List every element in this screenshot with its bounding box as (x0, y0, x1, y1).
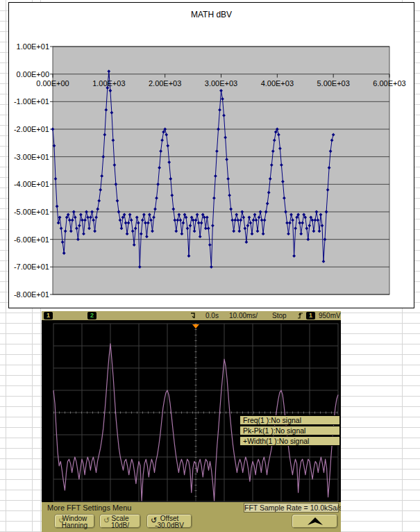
measurement-readout: +Width(1 ):No signal (240, 436, 340, 446)
x-axis-tick-label: 4.00E+03 (253, 79, 301, 88)
y-axis-tick-label: 1.00E+01 (10, 42, 49, 51)
y-axis-tick-label: -8.00E+01 (10, 290, 49, 299)
softkey-window[interactable]: ↺WindowHanning (54, 514, 95, 529)
y-axis-tick-label: -2.00E+01 (10, 125, 49, 133)
up-arrow-icon (292, 515, 337, 528)
entry-knob-icon: ↺ (151, 517, 157, 524)
menu-title: More FFT Settings Menu (47, 504, 131, 512)
softkey-offset[interactable]: ↺Offset-30.0dBV (146, 514, 192, 529)
x-axis-tick-label: 5.00E+03 (309, 79, 358, 88)
excel-fft-chart: MATH dBV 1.00E+010.00E+00-1.00E+01-2.00E… (8, 2, 414, 308)
entry-knob-icon: ↺ (103, 517, 110, 524)
x-axis-tick-label: 2.00E+03 (141, 79, 190, 88)
measurement-readout: Freq(1 ):No signal (240, 415, 340, 425)
sheet-gridline (6, 0, 6, 532)
entry-knob-icon: ↺ (58, 517, 65, 524)
x-axis-tick-label: 3.00E+03 (197, 79, 246, 88)
y-axis-tick-label: -4.00E+01 (10, 180, 49, 188)
oscilloscope-screenshot: 1 2 0.0s 10.00ms/ Stop 1 950mV Freq(1 ):… (42, 311, 341, 532)
softkey-scale[interactable]: ↺Scale10dB/ (99, 514, 141, 529)
menu-back-button[interactable] (292, 514, 338, 529)
y-axis-tick-label: -7.00E+01 (10, 263, 49, 271)
x-axis-tick-label: 1.00E+03 (85, 79, 133, 88)
x-axis-tick-label: 6.00E+03 (365, 79, 414, 88)
y-axis-tick-label: 0.00E+00 (10, 70, 49, 78)
y-axis-tick-label: -3.00E+01 (10, 153, 49, 161)
y-axis-tick-label: -6.00E+01 (10, 235, 49, 244)
y-axis-tick-label: -5.00E+01 (10, 208, 49, 216)
chart-plot-area (9, 3, 415, 309)
y-axis-tick-label: -1.00E+01 (10, 97, 49, 106)
x-axis-tick-label: 0.00E+00 (28, 79, 77, 88)
sample-rate-readout: FFT Sample Rate = 10.0kSa/s (244, 503, 339, 513)
worksheet-page: { "excel_chart": { "title": "MATH dBV", … (0, 0, 420, 532)
measurement-readout: Pk-Pk(1 ):No signal (240, 426, 340, 435)
